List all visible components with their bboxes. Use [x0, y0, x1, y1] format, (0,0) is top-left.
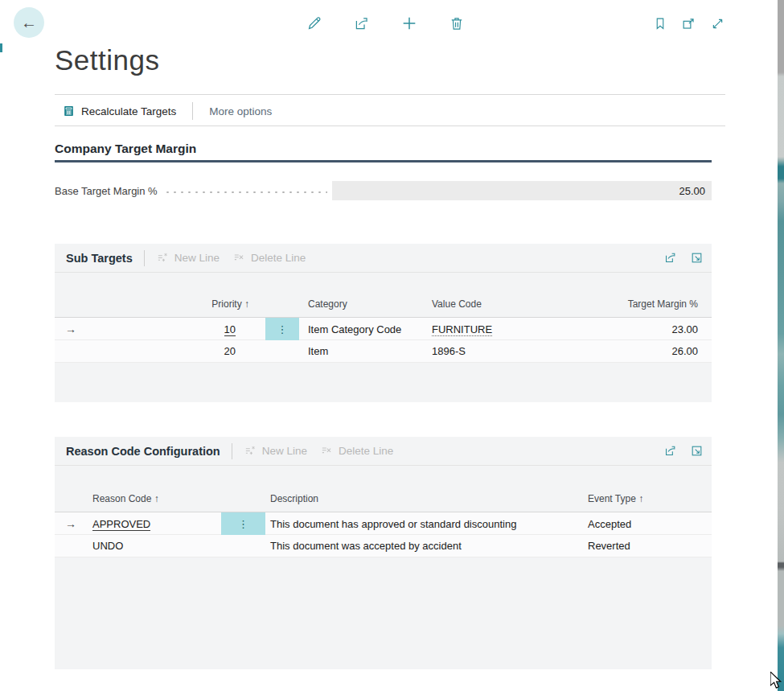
base-target-margin-input[interactable]: 25.00 [332, 181, 712, 200]
back-arrow-icon: ← [21, 14, 37, 32]
back-button[interactable]: ← [14, 7, 44, 38]
sub-targets-fullscreen-button[interactable] [688, 249, 705, 266]
window-controls [651, 14, 727, 33]
row-options-button[interactable]: ⋮ [221, 512, 265, 535]
reason-code-title: Reason Code Configuration [66, 445, 220, 458]
divider [232, 443, 232, 459]
pencil-icon [306, 15, 322, 32]
column-header-target-margin[interactable]: Target Margin % [625, 298, 712, 317]
sub-targets-row-1[interactable]: → 10 ⋮ Item Category Code FURNITURE 23.0… [55, 318, 712, 340]
window-edge-mark [0, 43, 2, 52]
mouse-cursor [770, 672, 782, 691]
column-header-priority[interactable]: Priority ↑ [87, 298, 249, 317]
more-options-label: More options [209, 105, 272, 117]
new-line-label: New Line [174, 252, 220, 264]
fullscreen-icon [690, 255, 704, 267]
fullscreen-icon [690, 448, 704, 460]
divider [55, 125, 725, 126]
popout-icon [681, 16, 696, 31]
more-options-button[interactable]: More options [209, 105, 272, 117]
column-header-reason-code[interactable]: Reason Code ↑ [87, 493, 221, 512]
divider [192, 102, 193, 120]
delete-line-label: Delete Line [251, 252, 306, 264]
divider [55, 94, 725, 95]
settings-page: ← Settings Recalcul [0, 0, 784, 691]
reason-code-fullscreen-button[interactable] [688, 442, 705, 459]
sub-targets-share-button[interactable] [662, 249, 679, 266]
sub-targets-panel: Sub Targets New Line Delete Line [55, 244, 712, 402]
plus-icon [400, 14, 418, 32]
open-in-new-window-button[interactable] [679, 14, 698, 33]
vertical-ellipsis-icon: ⋮ [238, 518, 248, 530]
description-cell[interactable]: This document was accepted by accident [265, 540, 583, 552]
expand-icon [710, 16, 725, 31]
page-title: Settings [55, 44, 159, 76]
bookmark-icon [653, 16, 667, 31]
row-options-button[interactable]: ⋮ [265, 318, 299, 340]
section-underline [55, 160, 712, 162]
new-line-icon [244, 444, 257, 458]
column-header-category[interactable]: Category [308, 298, 432, 317]
base-target-margin-field-row: Base Target Margin % 25.00 [55, 181, 712, 200]
sub-targets-column-headers: Priority ↑ Category Value Code Target Ma… [55, 273, 712, 318]
active-row-icon: → [55, 323, 87, 335]
reason-code-cell[interactable]: UNDO [87, 540, 221, 552]
reason-code-row-1[interactable]: → APPROVED ⋮ This document has approved … [55, 512, 712, 535]
edit-button[interactable] [304, 13, 324, 34]
calculator-icon [63, 105, 75, 117]
priority-cell[interactable]: 20 [87, 345, 249, 357]
value-code-cell[interactable]: 1896-S [432, 345, 625, 357]
category-cell[interactable]: Item [308, 345, 432, 357]
share-button[interactable] [351, 13, 371, 34]
reason-code-new-line-button[interactable]: New Line [244, 444, 307, 458]
event-type-cell[interactable]: Accepted [583, 518, 712, 530]
sub-targets-delete-line-button[interactable]: Delete Line [232, 251, 306, 265]
column-header-event-type[interactable]: Event Type ↑ [583, 493, 712, 512]
new-button[interactable] [399, 13, 420, 34]
base-target-margin-label: Base Target Margin % [55, 185, 158, 197]
event-type-cell[interactable]: Reverted [583, 540, 712, 552]
base-target-margin-value: 25.00 [679, 185, 705, 197]
action-bar: Recalculate Targets More options [63, 100, 272, 122]
new-line-label: New Line [262, 445, 307, 457]
recalculate-targets-button[interactable]: Recalculate Targets [63, 105, 176, 117]
expand-button[interactable] [708, 14, 727, 33]
delete-line-icon [232, 251, 246, 265]
recalculate-targets-label: Recalculate Targets [81, 105, 176, 117]
reason-code-panel: Reason Code Configuration New Line Delet… [55, 437, 712, 669]
target-margin-cell[interactable]: 23.00 [625, 323, 712, 335]
divider [144, 250, 145, 266]
reason-code-delete-line-button[interactable]: Delete Line [320, 444, 393, 458]
column-header-value-code[interactable]: Value Code [432, 298, 625, 317]
bookmark-button[interactable] [651, 14, 669, 33]
share-icon [663, 448, 677, 460]
reason-code-column-headers: Reason Code ↑ Description Event Type ↑ [55, 466, 712, 512]
reason-code-cell[interactable]: APPROVED [92, 518, 150, 531]
new-line-icon [156, 251, 170, 265]
delete-line-icon [320, 444, 334, 458]
priority-cell[interactable]: 10 [224, 323, 236, 336]
reason-code-share-button[interactable] [662, 442, 679, 459]
vertical-ellipsis-icon: ⋮ [277, 323, 288, 335]
active-row-icon: → [55, 517, 87, 530]
trash-icon [449, 15, 465, 32]
sub-targets-new-line-button[interactable]: New Line [156, 251, 220, 265]
share-icon [663, 255, 677, 267]
section-title-company-target-margin: Company Target Margin [55, 142, 196, 156]
column-header-description[interactable]: Description [265, 493, 583, 512]
sub-targets-title: Sub Targets [66, 252, 133, 265]
reason-code-row-2[interactable]: UNDO This document was accepted by accid… [55, 535, 712, 557]
share-icon [353, 15, 370, 32]
background-window-edge [778, 0, 784, 691]
delete-button[interactable] [447, 13, 466, 34]
target-margin-cell[interactable]: 26.00 [625, 345, 712, 357]
page-toolbar [304, 13, 466, 34]
sub-targets-row-2[interactable]: 20 Item 1896-S 26.00 [55, 340, 712, 363]
value-code-cell[interactable]: FURNITURE [432, 323, 492, 336]
description-cell[interactable]: This document has approved or standard d… [265, 518, 583, 530]
reason-code-header: Reason Code Configuration New Line Delet… [55, 437, 712, 466]
delete-line-label: Delete Line [339, 445, 393, 457]
sub-targets-header: Sub Targets New Line Delete Line [55, 244, 712, 273]
dotted-leader [164, 190, 327, 195]
category-cell[interactable]: Item Category Code [308, 323, 432, 335]
